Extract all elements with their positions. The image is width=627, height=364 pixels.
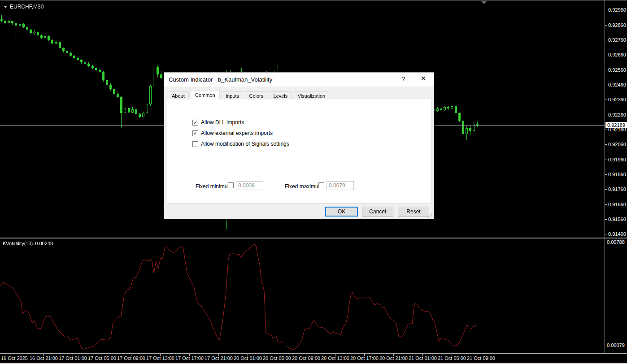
current-price-badge: 0.92189 (605, 122, 627, 128)
time-tick (393, 354, 394, 356)
price-tick-label: 0.91460 (608, 231, 626, 237)
time-tick (218, 354, 219, 356)
time-axis-label: 20 Oct 17:00 (350, 355, 379, 361)
allow-external-experts-checkbox[interactable]: ✓ (192, 130, 198, 136)
panel-separator[interactable] (0, 238, 627, 238)
ok-button[interactable]: OK (325, 207, 358, 217)
time-axis-label: 20 Oct 21:00 (379, 355, 408, 361)
price-tick (605, 100, 607, 100)
indicator-axis-max: 0.00788 (607, 239, 625, 245)
indicator-axis-min: 0.00079 (607, 342, 625, 348)
cancel-button[interactable]: Cancel (362, 207, 393, 217)
reset-button[interactable]: Reset (398, 207, 429, 217)
symbol-label[interactable]: EURCHF,M30 (4, 4, 44, 10)
price-tick-label: 0.92460 (608, 82, 626, 87)
price-tick-label: 0.92960 (608, 7, 626, 13)
time-axis-label: 17 Oct 05:00 (88, 355, 116, 361)
time-tick (481, 354, 481, 356)
help-icon[interactable]: ? (399, 75, 409, 84)
tab-page-common: ✓ Allow DLL imports ✓ Allow external exp… (167, 99, 431, 204)
tab-about[interactable]: About (168, 91, 189, 100)
dialog-tabs: About Common Inputs Colors Levels Visual… (168, 90, 330, 99)
price-tick (605, 115, 607, 115)
time-tick (306, 354, 306, 356)
dialog-title: Custom Indicator - b_Kaufman_Volatility (169, 76, 272, 83)
close-icon[interactable]: ✕ (417, 74, 430, 84)
mt4-chart-window: EURCHF,M30 0.92189 0.00788 0.00079 0.929… (0, 0, 627, 364)
time-axis-label: 20 Oct 13:00 (321, 355, 349, 361)
time-axis-label: 20 Oct 01:00 (234, 355, 262, 361)
time-tick (452, 354, 452, 356)
price-tick (605, 130, 607, 130)
price-tick (605, 25, 607, 26)
price-tick (605, 189, 607, 190)
price-tick-label: 0.92260 (608, 112, 626, 117)
allow-signals-modification-checkbox[interactable] (192, 141, 198, 147)
price-tick (605, 40, 607, 40)
dialog-titlebar[interactable]: Custom Indicator - b_Kaufman_Volatility … (164, 73, 434, 87)
time-tick (44, 354, 44, 356)
price-tick-label: 0.91760 (608, 186, 626, 192)
fixed-minimum-checkbox[interactable] (228, 182, 234, 188)
price-tick-label: 0.92760 (608, 37, 626, 43)
time-tick (335, 354, 335, 356)
price-tick (605, 70, 607, 70)
checkbox-label: Allow modification of Signals settings (201, 141, 289, 147)
time-axis-label: 17 Oct 09:00 (117, 355, 145, 361)
time-axis-label: 17 Oct 17:00 (175, 355, 204, 361)
time-tick (15, 354, 15, 356)
fixed-maximum-input[interactable] (327, 181, 354, 190)
price-tick-label: 0.91960 (608, 157, 626, 162)
time-tick (73, 354, 73, 356)
tab-inputs[interactable]: Inputs (222, 91, 243, 100)
checkbox-row-experts: ✓ Allow external experts imports (192, 130, 273, 136)
allow-dll-imports-checkbox[interactable]: ✓ (192, 120, 198, 126)
tab-visualization[interactable]: Visualization (294, 91, 330, 100)
price-tick (605, 174, 607, 175)
fixed-maximum-checkbox[interactable] (318, 182, 324, 188)
time-axis[interactable]: 16 Oct 202516 Oct 21:0017 Oct 01:0017 Oc… (0, 354, 627, 363)
checkbox-row-signals: Allow modification of Signals settings (192, 141, 289, 147)
price-tick (605, 204, 607, 205)
price-tick (605, 85, 607, 85)
time-axis-label: 21 Oct 01:00 (409, 355, 437, 361)
symbol-dropdown-icon[interactable] (4, 6, 7, 8)
time-axis-label: 16 Oct 2025 (1, 355, 28, 361)
indicator-name: KVolatility(10) (3, 241, 33, 246)
price-tick-label: 0.92660 (608, 52, 626, 57)
time-tick (364, 354, 365, 356)
time-axis-label: 20 Oct 05:00 (263, 355, 291, 361)
price-tick (605, 234, 607, 234)
time-tick (422, 354, 423, 356)
price-tick-label: 0.92360 (608, 97, 626, 102)
price-tick-label: 0.91860 (608, 172, 626, 177)
price-tick-label: 0.92860 (608, 22, 626, 28)
time-axis-label: 20 Oct 09:00 (292, 355, 320, 361)
chart-shift-marker-icon[interactable] (481, 1, 487, 4)
time-tick (131, 354, 131, 356)
time-tick (277, 354, 277, 356)
price-tick-label: 0.91660 (608, 202, 626, 207)
dialog-resize-grip[interactable] (428, 213, 432, 217)
tab-colors[interactable]: Colors (245, 91, 267, 100)
fixed-minimum-input[interactable] (236, 181, 263, 190)
price-tick (605, 219, 607, 220)
price-axis[interactable]: 0.92189 0.00788 0.00079 0.929600.928600.… (605, 0, 627, 363)
time-tick (248, 354, 248, 356)
fixed-minimum-label: Fixed minimum (196, 183, 232, 190)
indicator-chart[interactable] (0, 238, 605, 353)
price-tick-label: 0.92060 (608, 142, 626, 147)
price-tick-label: 0.92560 (608, 67, 626, 73)
price-tick (605, 144, 607, 145)
tab-common[interactable]: Common (191, 90, 220, 100)
tab-levels[interactable]: Levels (270, 91, 292, 100)
indicator-value: 0.00248 (35, 241, 53, 246)
checkbox-label: Allow DLL imports (201, 119, 244, 126)
checkbox-label: Allow external experts imports (201, 130, 273, 136)
time-axis-label: 21 Oct 05:00 (438, 355, 466, 361)
price-tick (605, 55, 607, 55)
time-axis-label: 21 Oct 09:00 (467, 355, 495, 361)
time-tick (160, 354, 161, 356)
time-axis-label: 16 Oct 21:00 (30, 355, 58, 361)
panel-separator[interactable] (0, 353, 627, 354)
